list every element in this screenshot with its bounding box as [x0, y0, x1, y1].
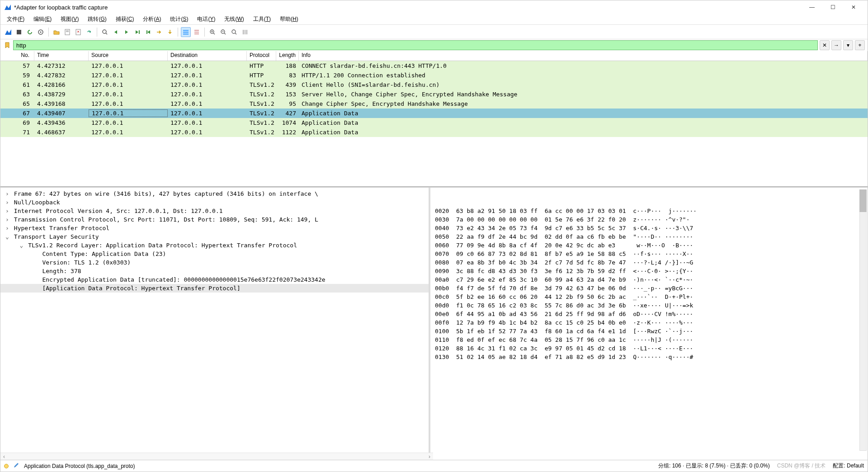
menu-v[interactable]: 视图(V): [56, 14, 83, 24]
capture-options-button[interactable]: [36, 27, 46, 37]
reload-button[interactable]: [84, 27, 94, 37]
filter-add-button[interactable]: +: [855, 40, 865, 50]
hex-line[interactable]: 0080 07 ea 8b 3f b0 4c 3b 34 2f c7 7d 5d…: [435, 258, 863, 267]
detail-node[interactable]: Encrypted Application Data [truncated]: …: [0, 275, 429, 284]
display-filter-input[interactable]: [13, 40, 818, 50]
status-profile[interactable]: 配置: Default: [833, 462, 864, 470]
menu-e[interactable]: 编辑(E): [29, 14, 56, 24]
resize-columns-button[interactable]: [192, 27, 202, 37]
zoom-reset-button[interactable]: [229, 27, 239, 37]
minimize-button[interactable]: —: [802, 0, 822, 14]
edit-icon[interactable]: [13, 462, 19, 470]
packet-bytes-pane[interactable]: 0020 63 b8 a2 91 50 18 03 ff 6a cc 00 00…: [430, 188, 868, 453]
hex-line[interactable]: 00d0 f1 0c 78 65 16 c2 03 8c 55 7c 86 d0…: [435, 301, 863, 310]
bytes-scrollbar-thumb[interactable]: [859, 189, 867, 212]
column-header-time[interactable]: Time: [34, 51, 89, 61]
hex-line[interactable]: 0030 7a 00 00 00 00 00 00 00 01 5e 76 e6…: [435, 215, 863, 224]
hex-line[interactable]: 00b0 f4 f7 de 5f fd 70 df 8e 3d 79 42 63…: [435, 284, 863, 293]
hex-line[interactable]: 00f0 12 7a b9 f9 4b 1c b4 b2 8a cc 15 c0…: [435, 318, 863, 327]
go-to-packet-button[interactable]: [132, 27, 142, 37]
detail-node[interactable]: › Frame 67: 427 bytes on wire (3416 bits…: [0, 189, 429, 198]
packet-row[interactable]: 674.439407127.0.0.1127.0.0.1TLSv1.2427Ap…: [0, 109, 868, 118]
expand-icon[interactable]: ›: [4, 215, 10, 224]
packet-row[interactable]: 614.428166127.0.0.1127.0.0.1TLSv1.2439Cl…: [0, 80, 868, 90]
expand-icon[interactable]: ›: [4, 224, 10, 232]
menu-t[interactable]: 工具(T): [249, 14, 275, 24]
column-header-info[interactable]: Info: [299, 51, 868, 61]
detail-node[interactable]: › Null/Loopback: [0, 198, 429, 207]
colorize-button[interactable]: [181, 27, 191, 37]
detail-node[interactable]: Version: TLS 1.2 (0x0303): [0, 258, 429, 267]
filter-bookmark-icon[interactable]: [3, 41, 11, 49]
hex-line[interactable]: 0020 63 b8 a2 91 50 18 03 ff 6a cc 00 00…: [435, 207, 863, 215]
filter-apply-button[interactable]: →: [831, 40, 841, 50]
packet-list-pane[interactable]: No. Time Source Destination Protocol Len…: [0, 51, 868, 187]
hex-line[interactable]: 0060 77 09 9e 4d 8b 8a cf 4f 20 0e 42 9c…: [435, 241, 863, 250]
detail-node[interactable]: Content Type: Application Data (23): [0, 250, 429, 258]
hex-line[interactable]: 0070 09 c0 66 87 73 02 8d 81 8f b7 e5 a9…: [435, 250, 863, 258]
go-back-button[interactable]: [111, 27, 121, 37]
hex-line[interactable]: 00a0 c7 29 6e e2 ef 85 3c 10 60 99 a4 63…: [435, 275, 863, 284]
column-header-source[interactable]: Source: [89, 51, 168, 61]
detail-node[interactable]: › Hypertext Transfer Protocol: [0, 224, 429, 232]
expand-icon[interactable]: ⌄: [4, 232, 10, 241]
menu-c[interactable]: 捕获(C): [111, 14, 139, 24]
hex-line[interactable]: 0100 5b 1f eb 1f 52 77 7a 43 f8 60 1a cd…: [435, 327, 863, 335]
column-header-length[interactable]: Length: [276, 51, 299, 61]
packet-row[interactable]: 574.427312127.0.0.1127.0.0.1HTTP188CONNE…: [0, 61, 868, 71]
column-header-destination[interactable]: Destination: [168, 51, 247, 61]
hex-line[interactable]: 0040 73 e2 43 34 2e 05 73 f4 9d c7 e6 33…: [435, 224, 863, 232]
go-last-button[interactable]: [154, 27, 164, 37]
hex-line[interactable]: 0090 3c 88 fc d8 43 d3 30 f3 3e f6 12 3b…: [435, 267, 863, 275]
expert-info-icon[interactable]: [4, 464, 9, 468]
zoom-out-button[interactable]: [218, 27, 228, 37]
expand-icon[interactable]: ⌄: [18, 241, 24, 250]
go-first-button[interactable]: [143, 27, 153, 37]
menu-a[interactable]: 分析(A): [138, 14, 165, 24]
expand-icon[interactable]: ›: [4, 189, 10, 198]
hex-line[interactable]: 0130 51 02 14 05 ae 82 18 d4 ef 71 a8 82…: [435, 353, 863, 361]
hex-line[interactable]: 0110 f8 ed 0f ef ec 68 7c 4a 05 28 15 7f…: [435, 335, 863, 344]
packet-row[interactable]: 634.438729127.0.0.1127.0.0.1TLSv1.2153Se…: [0, 90, 868, 99]
detail-node[interactable]: › Transmission Control Protocol, Src Por…: [0, 215, 429, 224]
menu-f[interactable]: 文件(F): [2, 14, 29, 24]
detail-node[interactable]: ⌄ Transport Layer Security: [0, 232, 429, 241]
column-header-no[interactable]: No.: [0, 51, 34, 61]
start-capture-button[interactable]: [3, 27, 13, 37]
resize-all-columns-button[interactable]: [240, 27, 250, 37]
save-file-button[interactable]: [62, 27, 72, 37]
menu-y[interactable]: 电话(Y): [193, 14, 220, 24]
bytes-scrollbar-track[interactable]: [859, 189, 867, 451]
packet-row[interactable]: 594.427832127.0.0.1127.0.0.1HTTP83HTTP/1…: [0, 71, 868, 80]
filter-clear-button[interactable]: ✕: [820, 40, 830, 50]
hex-line[interactable]: 00e0 6f 44 95 a1 0b ad 43 56 21 6d 25 ff…: [435, 310, 863, 318]
detail-node[interactable]: Length: 378: [0, 267, 429, 275]
packet-row[interactable]: 654.439168127.0.0.1127.0.0.1TLSv1.295Cha…: [0, 99, 868, 109]
hex-line[interactable]: 0120 88 16 4c 31 f1 02 ca 3c e9 97 05 01…: [435, 344, 863, 353]
hex-line[interactable]: 00c0 5f b2 ee 16 60 cc 06 20 44 12 2b f9…: [435, 293, 863, 301]
expand-icon[interactable]: ›: [4, 207, 10, 215]
detail-node[interactable]: › Internet Protocol Version 4, Src: 127.…: [0, 207, 429, 215]
zoom-in-button[interactable]: [208, 27, 217, 37]
menu-h[interactable]: 帮助(H): [275, 14, 303, 24]
detail-node[interactable]: ⌄ TLSv1.2 Record Layer: Application Data…: [0, 241, 429, 250]
hex-line[interactable]: 0050 22 aa f9 df 2e 44 bc 9d 02 dd 0f aa…: [435, 232, 863, 241]
menu-g[interactable]: 跳转(G): [83, 14, 111, 24]
packet-details-pane[interactable]: › Frame 67: 427 bytes on wire (3416 bits…: [0, 188, 429, 453]
go-forward-button[interactable]: [122, 27, 132, 37]
open-file-button[interactable]: [52, 27, 61, 37]
expand-icon[interactable]: ›: [4, 198, 10, 207]
close-file-button[interactable]: [73, 27, 83, 37]
detail-node[interactable]: [Application Data Protocol: Hypertext Tr…: [0, 284, 429, 293]
maximize-button[interactable]: ☐: [822, 0, 843, 14]
packet-row[interactable]: 694.439436127.0.0.1127.0.0.1TLSv1.21074A…: [0, 118, 868, 127]
filter-dropdown-button[interactable]: ▾: [843, 40, 853, 50]
find-button[interactable]: [100, 27, 110, 37]
column-header-protocol[interactable]: Protocol: [247, 51, 276, 61]
packet-row[interactable]: 714.468637127.0.0.1127.0.0.1TLSv1.21122A…: [0, 127, 868, 137]
auto-scroll-button[interactable]: [165, 27, 175, 37]
menu-s[interactable]: 统计(S): [165, 14, 193, 24]
menu-w[interactable]: 无线(W): [220, 14, 248, 24]
packet-list-header[interactable]: No. Time Source Destination Protocol Len…: [0, 51, 868, 61]
close-button[interactable]: ✕: [843, 0, 864, 14]
